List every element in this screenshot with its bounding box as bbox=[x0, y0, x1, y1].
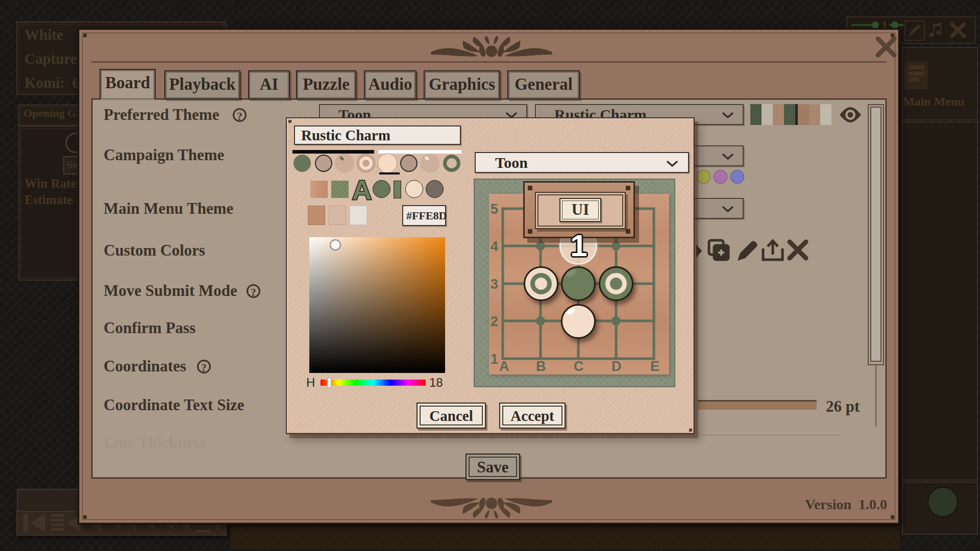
svg-text:2: 2 bbox=[491, 314, 498, 329]
svg-text:5: 5 bbox=[491, 202, 498, 217]
svg-text:B: B bbox=[536, 359, 546, 374]
svg-text:A: A bbox=[499, 359, 509, 374]
svg-text:3: 3 bbox=[491, 277, 498, 292]
svg-text:1: 1 bbox=[491, 352, 498, 367]
svg-text:D: D bbox=[611, 359, 622, 374]
svg-text:E: E bbox=[650, 359, 659, 374]
svg-text:4: 4 bbox=[491, 239, 498, 254]
svg-text:C: C bbox=[574, 359, 584, 374]
